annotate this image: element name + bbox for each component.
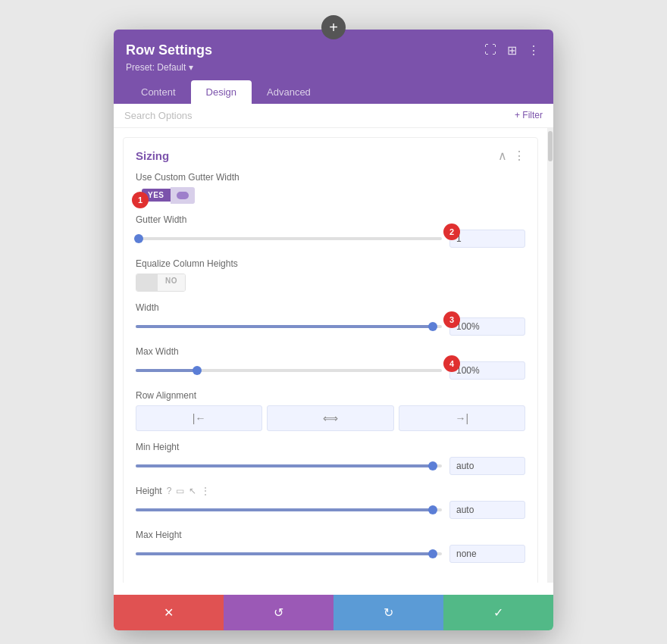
max-width-value[interactable]: 100% (449, 361, 525, 380)
max-height-field: Max Height none (136, 530, 525, 563)
modal-title: Row Settings (126, 42, 212, 58)
section-header: Sizing ∧ ⋮ (136, 148, 525, 163)
max-width-fill (136, 369, 197, 372)
height-field: Height ? ▭ ↖ ⋮ auto (136, 486, 525, 519)
width-track[interactable] (136, 325, 442, 328)
align-right-button[interactable]: →| (399, 405, 525, 431)
columns-icon[interactable]: ⊞ (506, 42, 518, 59)
width-fill (136, 325, 433, 328)
max-width-field: Max Width 4 100% (136, 346, 525, 380)
footer-bar: ✕ ↺ ↻ ✓ (114, 595, 553, 630)
confirm-icon: ✓ (493, 605, 503, 620)
height-track[interactable] (136, 508, 442, 511)
max-width-track[interactable] (136, 369, 442, 372)
height-label: Height ? ▭ ↖ ⋮ (136, 486, 525, 496)
row-settings-modal: Row Settings ⛶ ⊞ ⋮ Preset: Default ▾ Con… (114, 30, 553, 630)
cursor-icon[interactable]: ↖ (189, 486, 196, 496)
row-alignment-label: Row Alignment (136, 390, 525, 401)
align-center-icon: ⟺ (323, 412, 338, 424)
gutter-width-slider-row: 2 1 (136, 230, 525, 248)
min-height-slider-row: auto (136, 457, 525, 475)
preset-label[interactable]: Preset: Default ▾ (126, 62, 541, 73)
cancel-button[interactable]: ✕ (114, 595, 224, 630)
align-right-icon: →| (456, 412, 469, 424)
modal-header: Row Settings ⛶ ⊞ ⋮ Preset: Default ▾ Con… (114, 30, 553, 104)
add-button[interactable]: + (321, 15, 346, 39)
max-width-slider-row: 4 100% (136, 361, 525, 380)
min-height-field: Min Height auto (136, 442, 525, 475)
use-custom-gutter-label: Use Custom Gutter Width (136, 172, 525, 183)
width-slider-row: 3 100% (136, 317, 525, 336)
cancel-icon: ✕ (164, 605, 174, 620)
more-icon[interactable]: ⋮ (526, 42, 541, 59)
search-placeholder[interactable]: Search Options (124, 110, 193, 121)
tab-content[interactable]: Content (126, 80, 191, 104)
max-height-track[interactable] (136, 552, 442, 555)
equalize-column-label: Equalize Column Heights (136, 258, 525, 269)
height-thumb[interactable] (428, 505, 437, 514)
redo-icon: ↻ (384, 605, 393, 620)
max-height-label: Max Height (136, 530, 525, 540)
min-height-track[interactable] (136, 464, 442, 467)
equalize-column-field: Equalize Column Heights NO (136, 258, 525, 292)
sizing-section: Sizing ∧ ⋮ Use Custom Gutter Width (123, 137, 538, 583)
expand-icon[interactable]: ⛶ (483, 42, 498, 58)
filter-button[interactable]: + Filter (515, 110, 543, 120)
custom-gutter-toggle[interactable]: YES (142, 187, 195, 204)
min-height-thumb[interactable] (428, 461, 437, 470)
section-header-icons: ∧ ⋮ (498, 148, 525, 163)
height-value[interactable]: auto (449, 501, 525, 519)
badge-4: 4 (443, 355, 460, 372)
max-height-value[interactable]: none (449, 545, 525, 563)
badge-2: 2 (443, 224, 460, 240)
header-icons: ⛶ ⊞ ⋮ (483, 42, 541, 59)
toggle-no-label: NO (158, 274, 185, 291)
width-field: Width 3 100% (136, 302, 525, 336)
width-thumb[interactable] (428, 322, 437, 331)
width-value[interactable]: 100% (449, 317, 525, 336)
max-height-thumb[interactable] (428, 549, 437, 558)
tab-design[interactable]: Design (191, 80, 252, 104)
align-left-icon: |← (193, 412, 206, 424)
gutter-width-field: Gutter Width 2 1 (136, 214, 525, 248)
toggle-swatch (136, 274, 158, 291)
confirm-button[interactable]: ✓ (443, 595, 553, 630)
help-icon[interactable]: ? (167, 486, 172, 496)
gutter-width-track[interactable] (136, 237, 442, 240)
tab-advanced[interactable]: Advanced (252, 80, 326, 104)
modal-content-wrapper: Sizing ∧ ⋮ Use Custom Gutter Width (114, 128, 553, 583)
undo-button[interactable]: ↺ (224, 595, 334, 630)
main-content: Sizing ∧ ⋮ Use Custom Gutter Width (114, 128, 547, 583)
collapse-icon[interactable]: ∧ (498, 148, 507, 163)
max-width-label: Max Width (136, 346, 525, 357)
desktop-icon[interactable]: ▭ (176, 486, 184, 496)
width-label: Width (136, 302, 525, 313)
min-height-label: Min Height (136, 442, 525, 452)
min-height-value[interactable]: auto (449, 457, 525, 475)
max-width-thumb[interactable] (193, 366, 202, 375)
height-slider-row: auto (136, 501, 525, 519)
height-fill (136, 508, 433, 511)
min-height-fill (136, 464, 433, 467)
scrollable-content: Sizing ∧ ⋮ Use Custom Gutter Width (114, 128, 547, 583)
equalize-toggle[interactable]: NO (136, 274, 186, 292)
redo-button[interactable]: ↻ (334, 595, 443, 630)
max-height-slider-row: none (136, 545, 525, 563)
scrollbar[interactable] (547, 128, 553, 583)
toggle-box (171, 187, 195, 204)
align-left-button[interactable]: |← (136, 405, 262, 431)
section-more-icon[interactable]: ⋮ (513, 148, 525, 163)
use-custom-gutter-field: Use Custom Gutter Width 1 YES (136, 172, 525, 204)
align-center-button[interactable]: ⟺ (267, 405, 393, 431)
row-alignment-buttons: |← ⟺ →| (136, 405, 525, 431)
tabs: Content Design Advanced (126, 80, 541, 104)
max-height-fill (136, 552, 433, 555)
search-bar: Search Options + Filter (114, 104, 553, 128)
gutter-width-thumb[interactable] (134, 234, 143, 243)
section-title: Sizing (136, 149, 169, 162)
gutter-width-value[interactable]: 1 (449, 230, 525, 248)
row-alignment-field: Row Alignment |← ⟺ →| (136, 390, 525, 431)
badge-3: 3 (443, 311, 460, 328)
height-more-icon[interactable]: ⋮ (201, 486, 210, 496)
undo-icon: ↺ (274, 605, 283, 620)
